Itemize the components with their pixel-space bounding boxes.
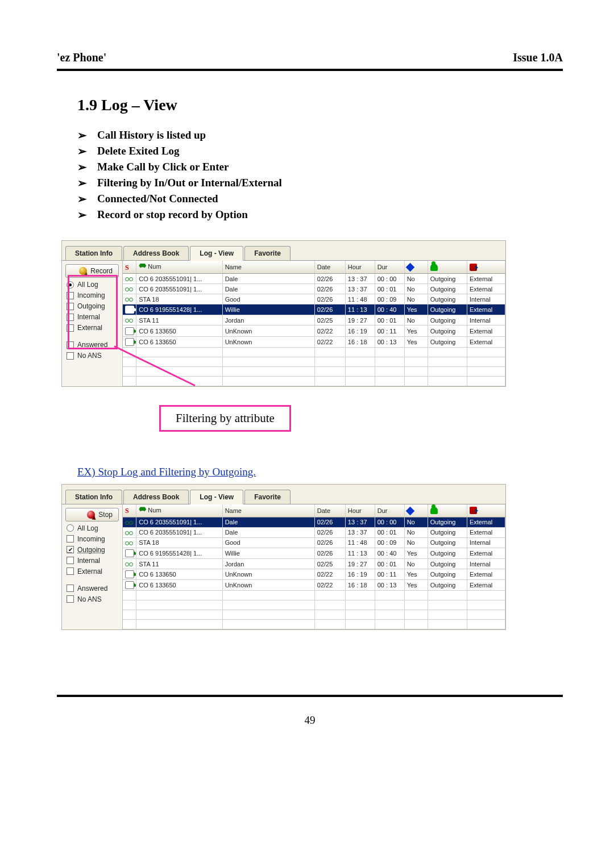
connected-header-icon <box>405 507 414 516</box>
cell-hour: 16 : 18 <box>345 336 375 347</box>
filter-all-log[interactable]: All Log <box>67 281 118 289</box>
log-view-screenshot-1: Station Info Address Book Log - View Fav… <box>61 240 506 387</box>
doc-title: 'ez Phone' <box>57 51 106 64</box>
filter-answered[interactable]: Answered <box>67 585 118 592</box>
cell-direction: Outgoing <box>428 580 467 591</box>
checkbox-icon <box>67 341 74 349</box>
col-connected[interactable] <box>404 504 428 518</box>
cell-date: 02/26 <box>314 294 345 304</box>
table-row[interactable]: STA 11Jordan02/2519 : 2700 : 01NoOutgoin… <box>123 315 505 326</box>
cell-date: 02/26 <box>314 274 345 284</box>
col-hour[interactable]: Hour <box>345 261 375 274</box>
col-dur[interactable]: Dur <box>375 261 404 274</box>
row-status-icon <box>125 338 134 346</box>
col-route[interactable] <box>467 504 505 518</box>
tab-station-info[interactable]: Station Info <box>65 490 122 504</box>
stop-button[interactable]: Stop <box>65 508 119 521</box>
cell-num: CO 6 133650 <box>136 569 222 580</box>
tab-address-book[interactable]: Address Book <box>123 246 189 260</box>
checkbox-icon <box>67 557 74 564</box>
col-direction[interactable] <box>428 504 467 518</box>
table-row[interactable]: CO 6 2035551091| 1...Dale02/2613 : 3700 … <box>123 284 505 294</box>
cell-hour: 16 : 18 <box>345 580 375 591</box>
cell-route: Internal <box>467 559 505 569</box>
col-dur[interactable]: Dur <box>375 504 404 518</box>
bullet-arrow-icon: ➢ <box>77 208 87 221</box>
row-status-icon <box>125 570 134 578</box>
filter-all-log[interactable]: All Log <box>67 524 118 532</box>
col-connected[interactable] <box>404 261 428 274</box>
col-date[interactable]: Date <box>314 504 345 518</box>
table-row[interactable]: CO 6 2035551091| 1...Dale02/2613 : 3700 … <box>123 527 505 537</box>
example-heading-link[interactable]: EX) Stop Log and Filtering by Outgoing. <box>77 466 563 478</box>
col-status[interactable]: S <box>123 504 136 518</box>
cell-dur: 00 : 01 <box>375 559 404 569</box>
col-name[interactable]: Name <box>222 261 314 274</box>
table-row[interactable]: CO 6 133650UnKnown02/2216 : 1800 : 13Yes… <box>123 580 505 591</box>
table-row[interactable]: CO 6 133650UnKnown02/2216 : 1900 : 11Yes… <box>123 326 505 336</box>
tab-address-book[interactable]: Address Book <box>123 490 189 504</box>
bullet-arrow-icon: ➢ <box>77 193 87 205</box>
cell-connected: Yes <box>404 326 428 336</box>
table-row[interactable]: CO 6 133650UnKnown02/2216 : 1800 : 13Yes… <box>123 336 505 347</box>
row-status-icon <box>125 540 133 546</box>
table-row <box>123 610 505 620</box>
table-row[interactable]: STA 11Jordan02/2519 : 2700 : 01NoOutgoin… <box>123 559 505 569</box>
record-button-label: Record <box>90 267 113 275</box>
col-num[interactable]: Num <box>136 504 222 518</box>
table-row <box>123 347 505 357</box>
cell-num: CO 6 9195551428| 1... <box>136 548 222 558</box>
cell-dur: 00 : 13 <box>375 580 404 591</box>
col-name[interactable]: Name <box>222 504 314 518</box>
col-date[interactable]: Date <box>314 261 345 274</box>
tab-log-view[interactable]: Log - View <box>190 246 243 261</box>
filter-answered[interactable]: Answered <box>67 341 118 349</box>
bullet-arrow-icon: ➢ <box>77 161 87 173</box>
tab-favorite[interactable]: Favorite <box>244 490 291 504</box>
table-row[interactable]: STA 18Good02/2611 : 4800 : 09NoOutgoingI… <box>123 294 505 304</box>
cell-route: External <box>467 517 505 527</box>
filter-internal[interactable]: Internal <box>67 313 118 321</box>
filter-outgoing[interactable]: Outgoing <box>67 302 118 310</box>
filter-incoming[interactable]: Incoming <box>67 291 118 299</box>
table-row[interactable]: CO 6 9195551428| 1...Willie02/2611 : 130… <box>123 304 505 315</box>
filter-incoming[interactable]: Incoming <box>67 535 118 543</box>
filter-internal[interactable]: Internal <box>67 557 118 565</box>
filter-external[interactable]: External <box>67 324 118 332</box>
list-item: Delete Exited Log <box>97 145 180 157</box>
cell-num: CO 6 2035551091| 1... <box>136 274 222 284</box>
record-button[interactable]: Record <box>65 264 119 278</box>
bullet-arrow-icon: ➢ <box>77 129 87 141</box>
table-row[interactable]: CO 6 133650UnKnown02/2216 : 1900 : 11Yes… <box>123 569 505 580</box>
filter-no-ans[interactable]: No ANS <box>67 595 118 603</box>
cell-dur: 00 : 11 <box>375 326 404 336</box>
cell-dur: 00 : 40 <box>375 548 404 558</box>
table-row[interactable]: STA 18Good02/2611 : 4800 : 09NoOutgoingI… <box>123 537 505 548</box>
status-header-icon: S <box>125 264 132 271</box>
col-hour[interactable]: Hour <box>345 504 375 518</box>
cell-date: 02/26 <box>314 537 345 548</box>
cell-name: Dale <box>222 274 314 284</box>
cell-name: Dale <box>222 284 314 294</box>
table-row[interactable]: CO 6 9195551428| 1...Willie02/2611 : 130… <box>123 548 505 558</box>
col-direction[interactable] <box>428 261 467 274</box>
col-status[interactable]: S <box>123 261 136 274</box>
filter-no-ans[interactable]: No ANS <box>67 352 118 360</box>
cell-date: 02/22 <box>314 326 345 336</box>
row-status-icon <box>125 276 133 282</box>
filter-outgoing[interactable]: Outgoing <box>67 546 118 554</box>
col-route[interactable] <box>467 261 505 274</box>
filter-external[interactable]: External <box>67 567 118 575</box>
cell-direction: Outgoing <box>428 559 467 569</box>
divider <box>57 69 563 71</box>
tab-station-info[interactable]: Station Info <box>65 246 122 260</box>
page-number: 49 <box>57 714 563 727</box>
col-num[interactable]: Num <box>136 261 222 274</box>
cell-date: 02/26 <box>314 284 345 294</box>
tab-log-view[interactable]: Log - View <box>190 490 243 504</box>
table-row[interactable]: CO 6 2035551091| 1...Dale02/2613 : 3700 … <box>123 517 505 527</box>
cell-route: Internal <box>467 294 505 304</box>
table-row[interactable]: CO 6 2035551091| 1...Dale02/2613 : 3700 … <box>123 274 505 284</box>
tab-favorite[interactable]: Favorite <box>244 246 291 260</box>
cell-num: CO 6 133650 <box>136 580 222 591</box>
